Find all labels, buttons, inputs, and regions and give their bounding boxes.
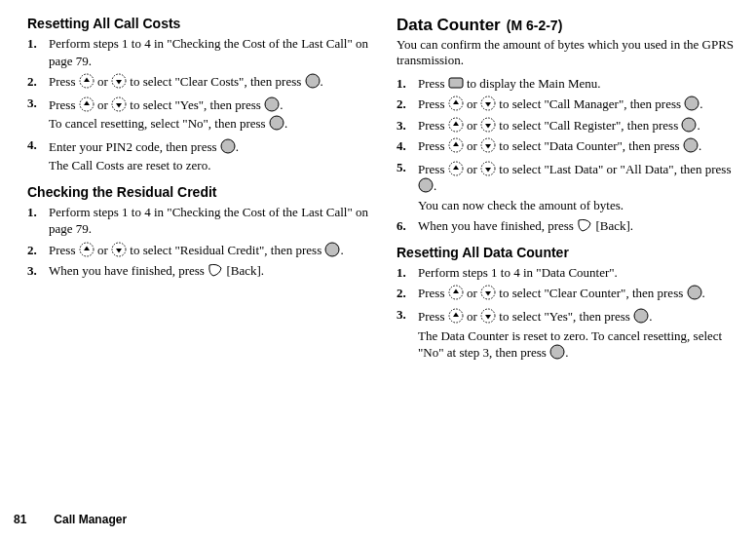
nav-up-icon xyxy=(79,73,94,89)
step-number: 1. xyxy=(27,204,49,238)
soft-right-key-icon xyxy=(208,262,223,278)
step-item: 3.Press or to select "Call Register", th… xyxy=(397,117,746,134)
nav-up-icon xyxy=(448,137,464,153)
step-item: 1.Perform steps 1 to 4 in "Data Counter"… xyxy=(397,264,746,282)
nav-up-icon xyxy=(448,96,464,111)
step-number: 6. xyxy=(397,217,418,235)
nav-up-icon xyxy=(79,242,94,257)
step-number: 2. xyxy=(397,285,418,302)
step-body: Perform steps 1 to 4 in "Checking the Co… xyxy=(49,204,377,238)
heading-text: Checking the Residual Credit xyxy=(27,184,216,200)
step-number: 1. xyxy=(27,35,49,69)
step-item: 2.Press or to select "Residual Credit", … xyxy=(27,242,377,259)
menu-button-icon xyxy=(448,75,464,91)
step-number: 3. xyxy=(397,306,418,362)
step-item: 3.Press or to select "Yes", then press .… xyxy=(397,306,746,362)
ok-button-icon xyxy=(220,138,236,154)
nav-down-icon xyxy=(480,137,496,153)
page-footer: 81 Call Manager xyxy=(14,513,127,526)
heading-reset-call-costs: Resetting All Call Costs xyxy=(27,16,377,31)
step-item: 2.Press or to select "Clear Counter", th… xyxy=(397,285,746,302)
step-body: Press or to select "Call Manager", then … xyxy=(418,96,746,113)
step-body: Perform steps 1 to 4 in "Data Counter". xyxy=(418,264,746,282)
nav-up-icon xyxy=(79,96,94,112)
nav-down-icon xyxy=(111,242,127,257)
nav-up-icon xyxy=(448,161,464,176)
step-body: When you have finished, press [Back]. xyxy=(49,262,377,280)
ok-button-icon xyxy=(683,137,699,153)
step-number: 2. xyxy=(27,73,49,91)
ok-button-icon xyxy=(324,242,340,257)
menu-code: (M 6-2-7) xyxy=(507,18,563,33)
heading-text: Data Counter xyxy=(397,16,501,35)
ok-button-icon xyxy=(633,308,649,324)
step-body: Press or to select "Yes", then press .Th… xyxy=(418,306,746,362)
step-item: 1.Perform steps 1 to 4 in "Checking the … xyxy=(27,35,377,69)
nav-up-icon xyxy=(448,117,464,133)
step-number: 1. xyxy=(397,75,418,93)
intro-text: You can confirm the amount of bytes whic… xyxy=(397,37,746,69)
step-body: Press or to select "Yes", then press .To… xyxy=(49,95,377,133)
ok-button-icon xyxy=(264,96,280,112)
ok-button-icon xyxy=(681,117,697,133)
step-number: 3. xyxy=(27,95,49,133)
nav-down-icon xyxy=(480,96,496,111)
step-item: 1.Perform steps 1 to 4 in "Checking the … xyxy=(27,204,377,238)
step-number: 5. xyxy=(397,159,418,214)
heading-residual-credit: Checking the Residual Credit xyxy=(27,184,377,200)
nav-up-icon xyxy=(448,285,464,300)
page-number: 81 xyxy=(14,513,26,526)
ok-button-icon xyxy=(269,115,284,131)
step-item: 6.When you have finished, press [Back]. xyxy=(397,217,746,235)
step-number: 4. xyxy=(397,137,418,155)
chapter-name: Call Manager xyxy=(54,513,127,526)
nav-down-icon xyxy=(480,161,496,176)
soft-right-key-icon xyxy=(577,217,592,233)
ok-button-icon xyxy=(305,73,321,89)
steps-reset-call-costs: 1.Perform steps 1 to 4 in "Checking the … xyxy=(27,35,377,174)
step-body: Press to display the Main Menu. xyxy=(418,75,746,93)
right-column: Data Counter (M 6-2-7) You can confirm t… xyxy=(397,16,746,371)
nav-down-icon xyxy=(480,285,496,300)
ok-button-icon xyxy=(684,96,699,111)
step-item: 3.When you have finished, press [Back]. xyxy=(27,262,377,280)
heading-reset-data-counter: Resetting All Data Counter xyxy=(397,245,746,260)
ok-button-icon xyxy=(418,177,434,193)
step-body: Press or to select "Residual Credit", th… xyxy=(49,242,377,259)
nav-down-icon xyxy=(480,308,496,324)
step-body: When you have finished, press [Back]. xyxy=(418,217,746,235)
step-number: 3. xyxy=(27,262,49,280)
steps-reset-data-counter: 1.Perform steps 1 to 4 in "Data Counter"… xyxy=(397,264,746,362)
ok-button-icon xyxy=(687,285,702,300)
step-item: 5.Press or to select "Last Data" or "All… xyxy=(397,159,746,214)
step-item: 4.Press or to select "Data Counter", the… xyxy=(397,137,746,155)
step-item: 4.Enter your PIN2 code, then press .The … xyxy=(27,136,377,174)
step-body: Press or to select "Clear Costs", then p… xyxy=(49,73,377,91)
step-item: 3.Press or to select "Yes", then press .… xyxy=(27,95,377,133)
heading-text: Resetting All Call Costs xyxy=(27,16,180,31)
heading-text: Resetting All Data Counter xyxy=(397,245,569,260)
left-column: Resetting All Call Costs 1.Perform steps… xyxy=(27,16,377,371)
steps-residual-credit: 1.Perform steps 1 to 4 in "Checking the … xyxy=(27,204,377,280)
step-body: Enter your PIN2 code, then press .The Ca… xyxy=(49,136,377,174)
step-item: 2.Press or to select "Call Manager", the… xyxy=(397,96,746,113)
step-body: Press or to select "Last Data" or "All D… xyxy=(418,159,746,214)
heading-data-counter: Data Counter (M 6-2-7) xyxy=(397,16,746,35)
step-body: Press or to select "Clear Counter", then… xyxy=(418,285,746,302)
nav-down-icon xyxy=(111,73,127,89)
nav-down-icon xyxy=(480,117,496,133)
step-item: 2.Press or to select "Clear Costs", then… xyxy=(27,73,377,91)
nav-up-icon xyxy=(448,308,464,324)
steps-data-counter: 1.Press to display the Main Menu.2.Press… xyxy=(397,75,746,235)
step-number: 2. xyxy=(27,242,49,259)
step-body: Perform steps 1 to 4 in "Checking the Co… xyxy=(49,35,377,69)
ok-button-icon xyxy=(549,344,565,360)
step-body: Press or to select "Call Register", then… xyxy=(418,117,746,134)
step-number: 3. xyxy=(397,117,418,134)
step-item: 1.Press to display the Main Menu. xyxy=(397,75,746,93)
step-number: 4. xyxy=(27,136,49,174)
step-body: Press or to select "Data Counter", then … xyxy=(418,137,746,155)
nav-down-icon xyxy=(111,96,127,112)
step-number: 1. xyxy=(397,264,418,282)
step-number: 2. xyxy=(397,96,418,113)
